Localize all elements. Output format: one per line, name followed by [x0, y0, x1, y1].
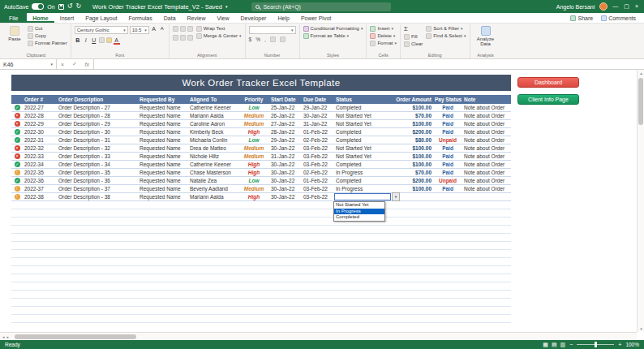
order-description-cell[interactable]: Order Description - 34: [57, 161, 138, 168]
priority-cell[interactable]: Medium: [238, 144, 269, 152]
assigned-to-cell[interactable]: Nichole Hiltz: [188, 153, 238, 160]
pay-status-cell[interactable]: Paid: [433, 120, 462, 127]
table-row[interactable]: ×2022-33Order Description - 33Requested …: [11, 153, 511, 161]
scroll-left-icon[interactable]: ◂: [2, 334, 5, 339]
start-date-cell[interactable]: 30-Jan-22: [269, 177, 302, 184]
editing-group-label[interactable]: Editing: [404, 52, 466, 58]
column-header[interactable]: Aligned To: [188, 95, 238, 104]
font-group-label[interactable]: Font: [75, 52, 165, 58]
status-cell[interactable]: Not Started Yet: [334, 112, 391, 119]
insert-cells-button[interactable]: Insert▾: [370, 26, 397, 32]
note-cell[interactable]: Note about Order: [462, 136, 511, 144]
status-cell[interactable]: ▼Not Started YetIn ProgressCompleted: [334, 193, 391, 200]
note-cell[interactable]: Note about Order: [462, 185, 511, 192]
priority-cell[interactable]: Medium: [238, 120, 269, 127]
empty-row[interactable]: [11, 201, 511, 209]
clipboard-group-label[interactable]: Clipboard: [5, 52, 67, 58]
status-cell[interactable]: In Progress: [334, 185, 391, 192]
due-date-cell[interactable]: 03-Feb-22: [302, 153, 334, 160]
priority-cell[interactable]: High: [238, 169, 269, 176]
order-number-cell[interactable]: 2022-35: [23, 169, 57, 176]
order-amount-cell[interactable]: $100.00: [391, 161, 433, 168]
note-cell[interactable]: Note about Order: [462, 120, 511, 127]
status-cell[interactable]: Not Started Yet: [334, 120, 391, 127]
vertical-scrollbar[interactable]: ▴ ▾: [637, 70, 644, 332]
align-bottom-icon[interactable]: [187, 26, 193, 32]
align-middle-icon[interactable]: [180, 26, 186, 32]
empty-row[interactable]: [11, 234, 511, 242]
note-cell[interactable]: [462, 193, 511, 200]
due-date-cell[interactable]: 03-Feb-22: [302, 161, 334, 168]
column-header[interactable]: Start Date: [269, 95, 302, 104]
requested-by-cell[interactable]: Requested Name: [138, 161, 188, 168]
order-description-cell[interactable]: Order Description - 38: [57, 193, 138, 200]
assigned-to-cell[interactable]: Mariann Aalda: [188, 193, 238, 200]
table-row[interactable]: ✓2022-27Order Description - 27Requested …: [11, 104, 511, 112]
priority-cell[interactable]: Medium: [238, 153, 269, 160]
share-button[interactable]: Share: [570, 15, 593, 21]
tab-help[interactable]: Help: [272, 13, 294, 23]
close-button[interactable]: ×: [635, 3, 638, 10]
empty-row[interactable]: [11, 209, 511, 218]
autosum-button[interactable]: Σ: [404, 26, 423, 32]
decrease-decimal-icon[interactable]: [280, 37, 286, 42]
table-row[interactable]: ×2022-29Order Description - 29Requested …: [11, 120, 511, 128]
order-amount-cell[interactable]: $100.00: [391, 185, 433, 192]
column-header[interactable]: Due Date: [302, 95, 334, 104]
table-row[interactable]: ✓2022-34Order Description - 34Requested …: [11, 161, 511, 169]
number-format-select[interactable]: ▾: [249, 26, 296, 34]
start-date-cell[interactable]: 30-Jan-22: [269, 193, 302, 200]
pay-status-cell[interactable]: Paid: [433, 128, 462, 136]
avatar[interactable]: [599, 2, 608, 11]
note-cell[interactable]: Note about Order: [462, 169, 511, 176]
undo-icon[interactable]: ↺: [67, 3, 73, 10]
scroll-right-icon[interactable]: ▸: [7, 334, 10, 339]
status-cell[interactable]: Completed: [334, 161, 391, 168]
order-description-cell[interactable]: Order Description - 37: [57, 185, 138, 192]
pay-status-cell[interactable]: Paid: [433, 104, 462, 111]
pay-status-cell[interactable]: Paid: [433, 112, 462, 119]
table-row[interactable]: ×2022-28Order Description - 28Requested …: [11, 112, 511, 120]
maximize-button[interactable]: ▢: [624, 3, 629, 10]
requested-by-cell[interactable]: Requested Name: [138, 104, 188, 111]
priority-cell[interactable]: Low: [238, 104, 269, 111]
accounting-format-icon[interactable]: $: [249, 37, 252, 42]
order-number-cell[interactable]: 2022-32: [23, 144, 57, 152]
normal-view-icon[interactable]: ▦: [543, 342, 548, 347]
start-date-cell[interactable]: 27-Jan-22: [269, 120, 302, 127]
due-date-cell[interactable]: 01-Feb-22: [302, 177, 334, 184]
pay-status-cell[interactable]: Paid: [433, 185, 462, 192]
assigned-to-cell[interactable]: Catherine Keener: [188, 104, 238, 111]
order-description-cell[interactable]: Order Description - 28: [57, 112, 138, 119]
pay-status-cell[interactable]: Paid: [433, 144, 462, 152]
order-number-cell[interactable]: 2022-36: [23, 177, 57, 184]
order-amount-cell[interactable]: $100.00: [391, 120, 433, 127]
tab-home[interactable]: Home: [27, 13, 54, 23]
priority-cell[interactable]: High: [238, 161, 269, 168]
italic-button[interactable]: I: [83, 37, 89, 45]
vertical-scroll-thumb[interactable]: [638, 78, 643, 125]
requested-by-cell[interactable]: Requested Name: [138, 169, 188, 176]
order-number-cell[interactable]: 2022-29: [23, 120, 57, 127]
paste-button[interactable]: Paste: [5, 26, 24, 41]
order-description-cell[interactable]: Order Description - 29: [57, 120, 138, 127]
merge-center-button[interactable]: Merge & Center▾: [196, 33, 242, 39]
number-group-label[interactable]: Number: [249, 52, 296, 58]
table-row[interactable]: !2022-35Order Description - 35Requested …: [11, 169, 511, 177]
order-number-cell[interactable]: 2022-30: [23, 128, 57, 136]
empty-row[interactable]: [11, 242, 511, 250]
start-date-cell[interactable]: 30-Jan-22: [269, 161, 302, 168]
client-info-page-button[interactable]: Client Info Page: [517, 94, 579, 105]
title-dropdown-icon[interactable]: ▾: [225, 4, 228, 9]
font-color-button[interactable]: A: [114, 37, 120, 45]
empty-row[interactable]: [11, 250, 511, 258]
order-number-cell[interactable]: 2022-27: [23, 104, 57, 111]
horizontal-scrollbar[interactable]: ◂ ▸: [0, 332, 637, 340]
order-description-cell[interactable]: Order Description - 31: [57, 136, 138, 144]
tab-file[interactable]: File: [0, 13, 27, 23]
zoom-slider-thumb[interactable]: [595, 342, 597, 347]
order-number-cell[interactable]: 2022-28: [23, 112, 57, 119]
note-cell[interactable]: Note about Order: [462, 128, 511, 136]
column-header[interactable]: Order Amount: [391, 95, 433, 104]
fill-button[interactable]: Fill: [404, 34, 423, 40]
